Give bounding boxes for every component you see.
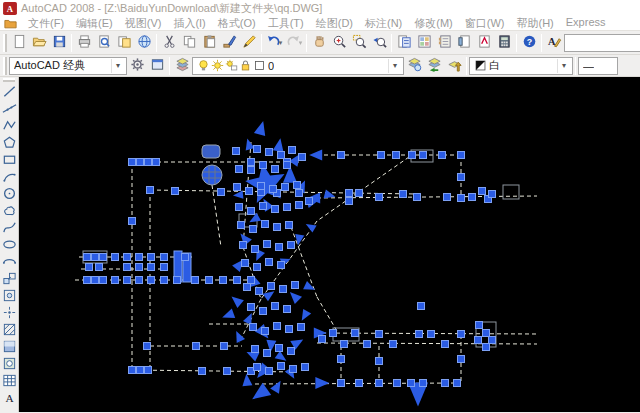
workspace-settings-button[interactable]	[127, 56, 147, 76]
undo-button[interactable]: ▾	[264, 33, 284, 53]
gear-icon	[130, 57, 145, 74]
menu-express[interactable]: Express	[560, 16, 612, 31]
new-button[interactable]	[9, 33, 29, 53]
publish-button[interactable]	[114, 33, 134, 53]
line-button[interactable]	[1, 84, 18, 101]
zoom-realtime-button[interactable]	[329, 33, 349, 53]
paste-button[interactable]	[199, 33, 219, 53]
mkblock-icon	[2, 288, 17, 305]
text-style-button[interactable]: A	[544, 33, 564, 53]
ellipse-button[interactable]	[1, 237, 18, 254]
plot-preview-button[interactable]	[94, 33, 114, 53]
menu-modify[interactable]: 修改(M)	[408, 16, 459, 31]
match-properties-button[interactable]	[219, 33, 239, 53]
3d-dwf-button[interactable]	[134, 33, 154, 53]
zoom-previous-button[interactable]	[369, 33, 389, 53]
rectangle-button[interactable]	[1, 152, 18, 169]
workspace-combo[interactable]: AutoCAD 经典 ▾	[9, 57, 127, 75]
save-icon	[52, 34, 67, 51]
chevron-down-icon[interactable]: ▾	[111, 59, 124, 73]
menu-dimension[interactable]: 标注(N)	[359, 16, 408, 31]
construction-line-button[interactable]	[1, 101, 18, 118]
menu-bar: 文件(F)编辑(E)视图(V)插入(I)格式(O)工具(T)绘图(D)标注(N)…	[0, 16, 640, 31]
layer-combo[interactable]: 0 ▾	[192, 57, 404, 75]
lock-icon	[239, 59, 252, 72]
cut-icon	[162, 34, 177, 51]
help-button[interactable]: ?	[519, 33, 539, 53]
toolbar-separator	[306, 34, 307, 52]
chevron-down-icon[interactable]: ▾	[299, 39, 303, 47]
drawing-file-icon[interactable]	[3, 17, 18, 30]
redo-button[interactable]: ▾	[284, 33, 304, 53]
region-button[interactable]	[1, 356, 18, 373]
window-title: AutoCAD 2008 - [Z:\BaiduYunDownload\新建文件…	[21, 1, 322, 16]
multiline-text-button[interactable]: A	[1, 390, 18, 407]
properties-button[interactable]	[394, 33, 414, 53]
linetype-combo[interactable]: —	[578, 57, 618, 75]
menu-view[interactable]: 视图(V)	[119, 16, 168, 31]
cut-button[interactable]	[159, 33, 179, 53]
textstyle-icon: A	[547, 34, 562, 51]
drawing-canvas[interactable]	[19, 77, 640, 412]
menu-window[interactable]: 窗口(W)	[459, 16, 511, 31]
chevron-down-icon[interactable]: ▾	[279, 39, 283, 47]
xline-icon	[2, 101, 17, 118]
pan-button[interactable]	[309, 33, 329, 53]
designcenter-button[interactable]	[414, 33, 434, 53]
save-button[interactable]	[49, 33, 69, 53]
polyline-button[interactable]	[1, 118, 18, 135]
chevron-down-icon[interactable]: ▾	[557, 59, 570, 73]
layer-properties-manager-button[interactable]	[172, 56, 192, 76]
markup-set-manager-button[interactable]	[474, 33, 494, 53]
menu-format[interactable]: 格式(O)	[212, 16, 262, 31]
my-workspace-button[interactable]	[147, 56, 167, 76]
toolbar-grip[interactable]	[3, 34, 7, 52]
menu-edit[interactable]: 编辑(E)	[70, 16, 119, 31]
paste-icon	[202, 34, 217, 51]
toolbar-grip[interactable]	[3, 78, 15, 82]
open-button[interactable]	[29, 33, 49, 53]
make-object-layer-current-button[interactable]	[444, 56, 464, 76]
layer-previous-button[interactable]	[424, 56, 444, 76]
hatch-button[interactable]	[1, 322, 18, 339]
color-combo[interactable]: 白 ▾	[469, 57, 573, 75]
bulb-icon	[197, 59, 210, 72]
menu-file[interactable]: 文件(F)	[22, 16, 70, 31]
menu-insert[interactable]: 插入(I)	[167, 16, 211, 31]
pan-icon	[312, 34, 327, 51]
copy-button[interactable]	[179, 33, 199, 53]
table-button[interactable]	[1, 373, 18, 390]
sheet-set-manager-button[interactable]	[454, 33, 474, 53]
zoom-window-button[interactable]	[349, 33, 369, 53]
spline-button[interactable]	[1, 220, 18, 237]
toolbar-grip[interactable]	[3, 57, 7, 75]
insert-block-button[interactable]	[1, 271, 18, 288]
point-button[interactable]	[1, 305, 18, 322]
svg-text:A: A	[5, 392, 14, 404]
pline-icon	[2, 118, 17, 135]
cad-drawing[interactable]	[19, 77, 639, 412]
plot-button[interactable]	[74, 33, 94, 53]
sun-viewport-icon	[225, 59, 238, 72]
toolbar-separator	[156, 34, 157, 52]
block-editor-button[interactable]	[239, 33, 259, 53]
quickcalc-button[interactable]	[494, 33, 514, 53]
tool-palettes-button[interactable]	[434, 33, 454, 53]
ellipse-arc-button[interactable]	[1, 254, 18, 271]
arc-button[interactable]	[1, 169, 18, 186]
sheetset-icon	[457, 34, 472, 51]
menu-help[interactable]: 帮助(H)	[511, 16, 560, 31]
autocad-logo-icon: A	[3, 2, 17, 15]
make-block-button[interactable]	[1, 288, 18, 305]
chevron-down-icon[interactable]: ▾	[388, 59, 401, 73]
revision-cloud-button[interactable]	[1, 203, 18, 220]
zoom-window-icon	[352, 34, 367, 51]
polygon-button[interactable]	[1, 135, 18, 152]
menu-tools[interactable]: 工具(T)	[262, 16, 310, 31]
layer-states-button[interactable]	[404, 56, 424, 76]
menu-draw[interactable]: 绘图(D)	[310, 16, 359, 31]
style-combo[interactable]: ▾	[564, 34, 640, 52]
circle-button[interactable]	[1, 186, 18, 203]
gradient-button[interactable]	[1, 339, 18, 356]
draw-toolbar: A	[0, 77, 19, 412]
